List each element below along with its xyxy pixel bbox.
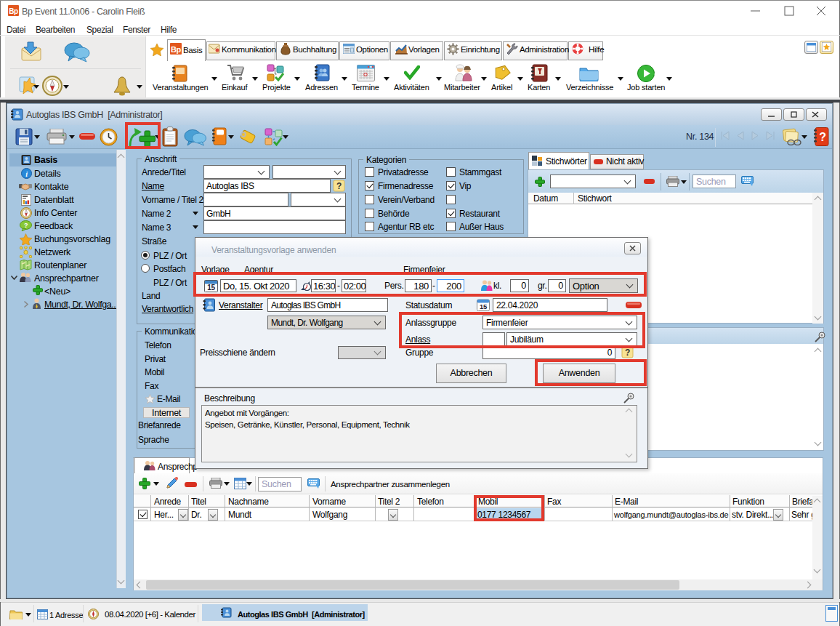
svg-text:15: 15 — [480, 302, 488, 310]
svg-text:Bp: Bp — [171, 45, 182, 54]
svg-text:Bp: Bp — [9, 7, 18, 15]
svg-text:?: ? — [625, 348, 630, 358]
svg-text:?: ? — [819, 131, 825, 143]
svg-text:?: ? — [24, 222, 28, 229]
svg-text:?: ? — [336, 181, 342, 191]
